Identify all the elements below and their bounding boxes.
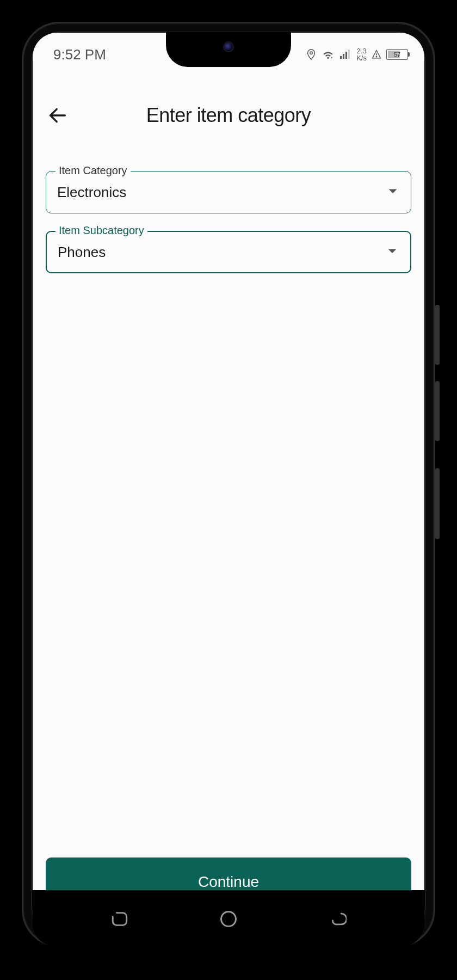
data-rate: 2.3 K/s — [356, 47, 367, 62]
svg-point-9 — [221, 911, 236, 926]
phone-side-button — [435, 381, 440, 441]
app-content: Enter item category Item Category Electr… — [33, 76, 424, 923]
status-right: 2.3 K/s 57 — [305, 47, 408, 62]
form: Item Category Electronics Item Subcatego… — [46, 144, 411, 291]
wifi-icon — [322, 49, 335, 60]
location-icon — [305, 48, 317, 60]
chevron-down-icon — [387, 247, 397, 257]
nav-back-button[interactable] — [328, 910, 347, 928]
item-category-value: Electronics — [57, 184, 126, 201]
item-subcategory-label: Item Subcategory — [55, 224, 147, 237]
battery-icon: 57 — [386, 49, 408, 60]
svg-rect-2 — [340, 56, 342, 59]
screen: 9:52 PM — [33, 33, 424, 923]
svg-rect-5 — [348, 50, 350, 59]
phone-notch — [166, 32, 291, 67]
phone-side-button — [435, 305, 440, 365]
svg-rect-3 — [343, 54, 344, 59]
alert-icon — [371, 49, 382, 60]
continue-button-label: Continue — [198, 873, 259, 891]
item-subcategory-field[interactable]: Item Subcategory Phones — [46, 231, 411, 273]
back-button[interactable] — [46, 103, 70, 127]
item-category-field[interactable]: Item Category Electronics — [46, 171, 411, 213]
svg-point-1 — [331, 57, 332, 58]
item-subcategory-value: Phones — [58, 244, 106, 261]
page-title: Enter item category — [146, 104, 311, 127]
svg-point-7 — [376, 57, 376, 57]
front-camera — [223, 41, 234, 52]
signal-icon — [339, 49, 352, 60]
status-time: 9:52 PM — [53, 46, 106, 63]
svg-rect-4 — [345, 52, 347, 59]
svg-point-0 — [310, 52, 313, 54]
nav-home-button[interactable] — [219, 909, 238, 929]
item-category-label: Item Category — [55, 164, 131, 177]
nav-recent-button[interactable] — [110, 910, 129, 928]
app-header: Enter item category — [46, 76, 411, 144]
arrow-left-icon — [47, 105, 69, 126]
system-nav-bar — [33, 890, 424, 947]
chevron-down-icon — [388, 187, 398, 197]
phone-side-button — [435, 468, 440, 539]
